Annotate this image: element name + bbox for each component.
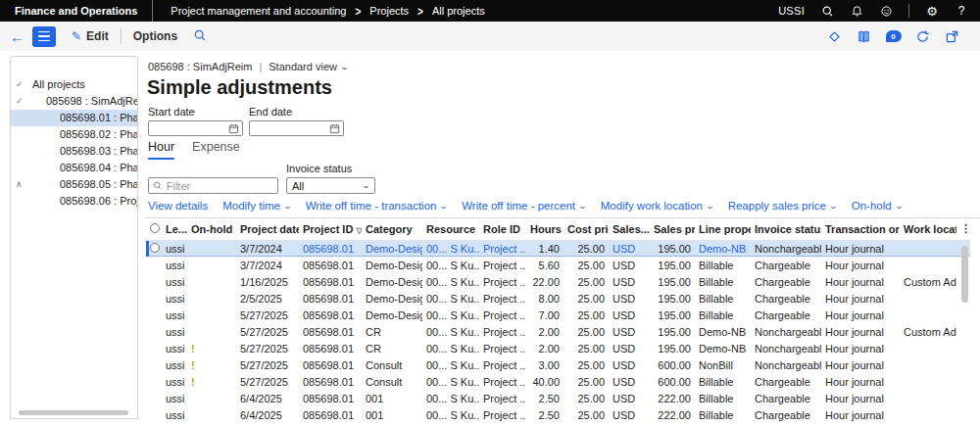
cell-invoice_status[interactable]: Nonchargeable (751, 323, 821, 340)
cell-resource[interactable]: 00... S Ku... (422, 373, 479, 390)
cell-cost_price[interactable]: 25.00 (564, 240, 609, 257)
cell-work_location[interactable] (900, 373, 956, 390)
cell-legal_entity[interactable]: ussi (162, 340, 187, 356)
cell-sales_price[interactable]: 195.00 (650, 257, 695, 273)
expanded-node-icon[interactable]: ✓ (16, 76, 24, 93)
cell-invoice_status[interactable]: Chargeable (751, 373, 821, 390)
cell-on_hold[interactable]: ! (187, 373, 236, 390)
cell-line_property[interactable]: Billable (695, 307, 751, 323)
toolbar-action-on-hold[interactable]: On-hold⌄ (852, 200, 903, 212)
cell-invoice_status[interactable]: Nonchargeable (751, 356, 821, 373)
cell-role_id[interactable]: Project ... (479, 323, 526, 340)
cell-project_date[interactable]: 5/27/2025 (236, 323, 299, 340)
cell-line_property[interactable]: Billable (695, 273, 751, 290)
cell-category[interactable]: Consult (362, 373, 422, 390)
cell-project_id[interactable]: 085698.01 (299, 373, 362, 390)
cell-hours[interactable]: 3.00 (526, 356, 564, 373)
tree-item[interactable]: 085698.04 : Phase 4 (11, 160, 137, 176)
toolbar-action-modify-work-location[interactable]: Modify work location⌄ (601, 200, 713, 212)
cell-legal_entity[interactable]: ussi (162, 273, 187, 290)
cell-on_hold[interactable] (187, 290, 236, 307)
cell-on_hold[interactable] (187, 240, 236, 257)
cell-legal_entity[interactable]: ussi (162, 240, 187, 257)
action-pane-menu-button[interactable] (32, 26, 56, 47)
cell-sales_currency[interactable]: USD (609, 390, 650, 406)
cell-transaction_origin[interactable]: Hour journal (821, 390, 900, 406)
company-picker[interactable]: USSI (778, 5, 805, 17)
cell-transaction_origin[interactable]: Hour journal (821, 356, 900, 373)
cell-project_id[interactable]: 085698.01 (299, 340, 362, 356)
cell-transaction_origin[interactable]: Hour journal (821, 340, 900, 356)
cell-hours[interactable]: 2.50 (526, 390, 564, 406)
cell-line_property[interactable]: Demo-NB (695, 240, 751, 257)
cell-role_id[interactable]: Project ... (479, 340, 526, 356)
tab-expense[interactable]: Expense (192, 140, 240, 160)
options-button[interactable]: Options (127, 29, 183, 43)
end-date-input[interactable] (249, 120, 344, 136)
row-select-radio[interactable] (146, 340, 162, 356)
cell-hours[interactable]: 2.00 (526, 340, 564, 356)
cell-project_id[interactable]: 085698.01 (299, 240, 362, 257)
cell-sales_currency[interactable]: USD (609, 406, 650, 423)
cell-sales_price[interactable]: 195.00 (650, 340, 695, 356)
cell-on_hold[interactable] (187, 406, 236, 423)
column-header-transaction_origin[interactable]: Transaction origin (821, 218, 900, 240)
tree-item[interactable]: ∧085698.05 : Phase 5 (11, 176, 137, 193)
cell-legal_entity[interactable]: ussi (162, 307, 187, 323)
toolbar-action-write-off-time-percent[interactable]: Write off time - percent⌄ (462, 200, 586, 212)
column-header-project_id[interactable]: Project ID ▽ (299, 218, 362, 240)
app-name[interactable]: Finance and Operations (0, 0, 153, 22)
column-header-invoice_status[interactable]: Invoice status (751, 218, 821, 240)
cell-category[interactable]: Demo-Design (362, 307, 422, 323)
radio-icon[interactable] (150, 223, 160, 233)
cell-cost_price[interactable]: 25.00 (564, 273, 609, 290)
table-row[interactable]: ussi6/4/2025085698.0100100... S Ku...Pro… (146, 390, 970, 406)
row-select-radio[interactable] (146, 406, 162, 423)
settings-gear-icon[interactable]: ⚙ (925, 4, 939, 18)
feedback-smiley-icon[interactable] (879, 4, 893, 18)
tree-item[interactable]: 085698.02 : Phase 2 (11, 126, 137, 143)
messages-badge-icon[interactable]: 0 (885, 28, 902, 44)
row-select-radio[interactable] (146, 307, 162, 323)
cell-line_property[interactable]: Demo-NB (695, 323, 751, 340)
cell-cost_price[interactable]: 25.00 (564, 307, 609, 323)
cell-line_property[interactable]: Billable (695, 390, 751, 406)
cell-transaction_origin[interactable]: Hour journal (821, 373, 900, 390)
cell-on_hold[interactable] (187, 273, 236, 290)
cell-work_location[interactable] (900, 257, 956, 273)
help-icon[interactable]: ? (955, 4, 968, 18)
cell-resource[interactable]: 00... S Ku... (422, 240, 479, 257)
column-header-on_hold[interactable]: On-hold (187, 218, 236, 240)
cell-project_id[interactable]: 085698.01 (299, 356, 362, 373)
cell-category[interactable]: Demo-Design (362, 273, 422, 290)
cell-sales_currency[interactable]: USD (609, 373, 650, 390)
cell-legal_entity[interactable]: ussi (162, 390, 187, 406)
cell-project_date[interactable]: 1/16/2025 (236, 273, 299, 290)
cell-project_date[interactable]: 6/4/2025 (236, 390, 299, 406)
calendar-icon[interactable] (226, 122, 240, 134)
copilot-book-icon[interactable] (856, 28, 872, 44)
table-row[interactable]: ussi5/27/2025085698.01Demo-Design00... S… (146, 307, 970, 323)
cell-category[interactable]: CR (362, 323, 422, 340)
tab-hour[interactable]: Hour (148, 140, 174, 160)
cell-invoice_status[interactable]: Chargeable (751, 390, 821, 406)
calendar-icon[interactable] (327, 122, 341, 134)
cell-category[interactable]: Demo-Design (362, 257, 422, 273)
grid-vertical-scrollbar[interactable] (961, 246, 968, 422)
chevron-up-icon[interactable]: ∧ (16, 176, 23, 193)
cell-resource[interactable]: 00... S Ku... (422, 290, 479, 307)
cell-work_location[interactable] (900, 340, 956, 356)
cell-work_location[interactable] (900, 390, 956, 406)
back-arrow-icon[interactable]: ← (10, 29, 24, 44)
cell-transaction_origin[interactable]: Hour journal (821, 240, 900, 257)
tree-item[interactable]: 085698.03 : Phase 3 (11, 143, 137, 160)
cell-invoice_status[interactable]: Nonchargeable (751, 240, 821, 257)
cell-on_hold[interactable] (187, 307, 236, 323)
cell-work_location[interactable]: Custom Addres (900, 273, 956, 290)
cell-legal_entity[interactable]: ussi (162, 323, 187, 340)
cell-sales_price[interactable]: 222.00 (650, 390, 695, 406)
cell-resource[interactable]: 00... S Ku... (422, 356, 479, 373)
cell-project_id[interactable]: 085698.01 (299, 273, 362, 290)
row-select-radio[interactable] (146, 390, 162, 406)
table-row[interactable]: ussi2/5/2025085698.01Demo-Design00... S … (146, 290, 970, 307)
